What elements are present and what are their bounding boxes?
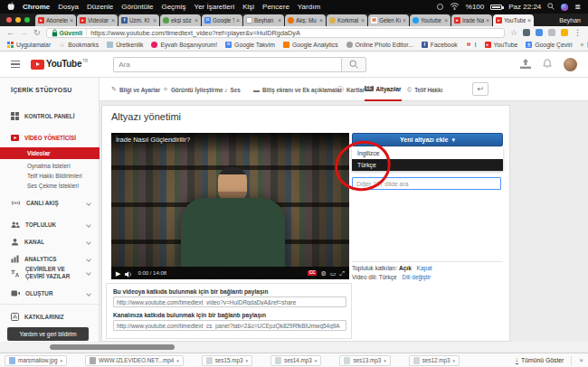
tab-close-icon[interactable]: × bbox=[278, 17, 281, 24]
sidebar-item-ceviriler[interactable]: ÇEVİRİLER VE ÇEVİRİ YAZILAR bbox=[0, 265, 100, 281]
extension-icon[interactable] bbox=[536, 29, 543, 36]
window-zoom-button[interactable] bbox=[24, 17, 30, 23]
add-subtitle-button[interactable]: Yeni altyazı ekle▾ bbox=[352, 133, 503, 146]
caret-down-icon[interactable]: ▾ bbox=[246, 358, 249, 363]
bookmark-item[interactable]: Eyvah Boşanıyorum! bbox=[151, 42, 217, 48]
notification-center-icon[interactable]: ≣ bbox=[574, 3, 581, 11]
sidebar-item-topluluk[interactable]: TOPLULUK bbox=[0, 219, 100, 231]
chrome-profile-name[interactable]: Beyhan bbox=[559, 17, 581, 24]
tab-goruntu-iyilestirme[interactable]: ✧Görüntü İyileştirme bbox=[163, 78, 223, 101]
video-player[interactable]: İrade Nasıl Güçlendirilir? ▶ 0:00 / 14:0… bbox=[111, 133, 349, 279]
tab-kartlar[interactable]: ⓘKartlar bbox=[337, 78, 365, 101]
browser-tab[interactable]: Youtube× bbox=[410, 14, 450, 26]
show-all-downloads-button[interactable]: ↓Tümünü Göster bbox=[516, 356, 564, 364]
tab-close-icon[interactable]: × bbox=[403, 17, 406, 24]
tab-close-icon[interactable]: × bbox=[236, 17, 240, 24]
menu-chrome[interactable]: Chrome bbox=[23, 3, 50, 11]
browser-tab-active[interactable]: YouTube× bbox=[493, 14, 534, 26]
tab-close-icon[interactable]: × bbox=[70, 17, 73, 24]
language-option-english[interactable]: İngilizce bbox=[352, 147, 503, 159]
settings-gear-icon[interactable]: ⚙ bbox=[320, 270, 326, 277]
tab-bitis-ekrani[interactable]: ▬Bitiş ekranı ve Ek açıklamalar bbox=[253, 78, 342, 101]
sidebar-item-olustur[interactable]: OLUŞTUR bbox=[0, 287, 100, 299]
sidebar-item-kontrol-paneli[interactable]: KONTROL PANELİ bbox=[0, 110, 100, 122]
fullscreen-icon[interactable]: ⤢ bbox=[339, 270, 345, 277]
bookmark-star-icon[interactable]: ☆ bbox=[510, 29, 517, 37]
extension-icon[interactable] bbox=[523, 29, 530, 36]
scrollbar-thumb[interactable] bbox=[50, 344, 175, 350]
menu-dosya[interactable]: Dosya bbox=[58, 3, 79, 11]
menu-kisi[interactable]: Kişi bbox=[242, 3, 254, 11]
help-feedback-button[interactable]: Yardım ve geri bildirim bbox=[7, 327, 89, 341]
subtitles-button[interactable]: CC bbox=[308, 270, 318, 277]
volume-icon[interactable] bbox=[125, 265, 133, 279]
back-button[interactable]: ← bbox=[6, 29, 14, 37]
security-status[interactable]: Güvenli bbox=[52, 29, 83, 37]
bookmark-item[interactable]: I bbox=[466, 42, 477, 48]
sidebar-item-video-yoneticisi[interactable]: VİDEO YÖNETİCİSİ bbox=[0, 132, 100, 144]
language-search-input[interactable] bbox=[352, 177, 501, 190]
search-button[interactable] bbox=[341, 57, 366, 72]
sidebar-item-oynatma-listeleri[interactable]: Oynatma listeleri bbox=[27, 163, 71, 169]
browser-tab[interactable]: Gelen Ku× bbox=[368, 14, 409, 26]
browser-tab[interactable]: Akş: Mu× bbox=[285, 14, 326, 26]
download-item[interactable]: ses13.mp3▾ bbox=[339, 355, 390, 366]
bookmark-item[interactable]: Google Çeviri bbox=[526, 42, 572, 48]
address-bar[interactable]: Güvenli https://www.youtube.com/timedtex… bbox=[46, 28, 505, 38]
chrome-menu-icon[interactable]: ⋮ bbox=[574, 29, 582, 37]
share-video-url-input[interactable] bbox=[113, 296, 346, 307]
browser-tab[interactable]: Beyhan× bbox=[243, 14, 284, 26]
tab-close-icon[interactable]: × bbox=[361, 17, 365, 24]
sidebar-item-kanal[interactable]: KANAL bbox=[0, 236, 100, 248]
apple-menu-icon[interactable] bbox=[7, 2, 14, 13]
bookmark-item[interactable]: YouTube bbox=[485, 42, 518, 48]
tab-close-icon[interactable]: × bbox=[194, 17, 198, 24]
browser-tab[interactable]: İrade Na× bbox=[451, 14, 492, 26]
spotlight-icon[interactable] bbox=[547, 3, 555, 12]
bookmark-item[interactable]: Google Analytics bbox=[283, 42, 338, 48]
share-channel-url-input[interactable] bbox=[113, 320, 346, 331]
sidebar-item-telif-bildirimleri[interactable]: Telif Hakkı Bildirimleri bbox=[27, 173, 82, 179]
return-button[interactable]: ↩ bbox=[472, 82, 488, 96]
window-minimize-button[interactable] bbox=[15, 17, 21, 23]
menu-duzenle[interactable]: Düzenle bbox=[87, 3, 113, 11]
download-item[interactable]: WWW.IZLEVIDEO.NET...mp4▾ bbox=[85, 355, 184, 366]
search-input[interactable] bbox=[113, 57, 341, 72]
tab-bilgi-ayarlar[interactable]: ✎Bilgi ve Ayarlar bbox=[111, 78, 160, 101]
browser-tab[interactable]: ekşi söz× bbox=[160, 14, 201, 26]
bookmark-item[interactable]: Google Takvim bbox=[225, 42, 275, 48]
theater-mode-icon[interactable]: ▭ bbox=[330, 270, 337, 277]
sidebar-item-videolar-selected[interactable]: Videolar bbox=[0, 147, 100, 159]
tab-close-icon[interactable]: × bbox=[111, 17, 115, 24]
tab-close-icon[interactable]: × bbox=[527, 17, 531, 24]
caret-down-icon[interactable]: ▾ bbox=[315, 358, 318, 363]
browser-tab[interactable]: Uzm. Kl× bbox=[119, 14, 159, 26]
tab-close-icon[interactable]: × bbox=[444, 17, 448, 24]
caret-down-icon[interactable]: ▾ bbox=[453, 358, 456, 363]
browser-tab[interactable]: Korkmal× bbox=[327, 14, 367, 26]
account-avatar[interactable] bbox=[564, 58, 577, 71]
tab-ses[interactable]: ♪Ses bbox=[224, 78, 241, 101]
caret-down-icon[interactable]: ▾ bbox=[176, 358, 179, 363]
sidebar-item-katkilariniz[interactable]: KATKILARINIZ bbox=[0, 311, 100, 323]
menu-gecmis[interactable]: Geçmiş bbox=[161, 3, 185, 11]
upload-icon[interactable] bbox=[520, 56, 531, 72]
download-item[interactable]: ses12.mp3▾ bbox=[409, 355, 460, 366]
bookmark-item[interactable]: Online Photo Editor... bbox=[346, 42, 413, 48]
change-language-link[interactable]: Dili değiştir bbox=[402, 274, 431, 280]
sidebar-item-ses-cekme[interactable]: Ses Çekme İstekleri bbox=[27, 183, 79, 189]
play-button[interactable]: ▶ bbox=[116, 270, 120, 277]
browser-tab[interactable]: Google T× bbox=[202, 14, 242, 26]
language-option-turkish-highlighted[interactable]: Türkçe bbox=[352, 159, 503, 171]
reload-button[interactable]: ↻ bbox=[33, 29, 41, 37]
sidebar-item-canli-akis[interactable]: CANLI AKIŞ bbox=[0, 197, 100, 209]
menu-yardim[interactable]: Yardım bbox=[298, 3, 320, 11]
battery-icon[interactable] bbox=[490, 5, 502, 10]
community-toggle-link[interactable]: Kapat bbox=[417, 265, 432, 271]
tab-close-icon[interactable]: × bbox=[153, 17, 156, 24]
bookmarks-overflow-icon[interactable]: » bbox=[580, 42, 583, 48]
bookmark-item[interactable]: Bookmarks bbox=[59, 42, 99, 48]
status-app-icon[interactable] bbox=[437, 4, 443, 10]
tab-altyazilar-active[interactable]: CCAltyazılar bbox=[365, 78, 402, 101]
menu-goruntule[interactable]: Görüntüle bbox=[121, 3, 153, 11]
